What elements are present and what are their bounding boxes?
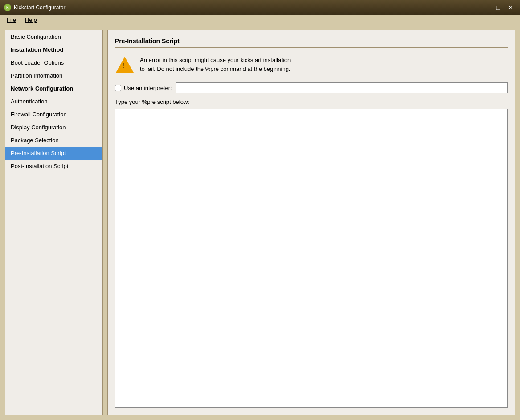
interpreter-input[interactable]: [176, 82, 508, 93]
script-wrapper: 安装前脚本，有需要的话可以把启动前要运行的脚本写在这里。: [115, 109, 508, 408]
panel-title: Pre-Installation Script: [115, 37, 508, 48]
sidebar-item-8[interactable]: Package Selection: [5, 134, 102, 147]
script-label: Type your %pre script below:: [115, 99, 508, 105]
interpreter-label-text: Use an interpreter:: [124, 85, 172, 91]
script-textarea[interactable]: [115, 109, 508, 408]
minimize-button[interactable]: –: [480, 3, 491, 12]
menu-bar: File Help: [0, 15, 520, 25]
interpreter-row: Use an interpreter:: [115, 82, 508, 93]
maximize-button[interactable]: □: [493, 3, 504, 12]
menu-help[interactable]: Help: [20, 16, 41, 24]
warning-icon-wrap: [115, 56, 135, 74]
sidebar-item-3[interactable]: Partition Information: [5, 69, 102, 82]
warning-text: An error in this script might cause your…: [140, 56, 291, 73]
close-button[interactable]: ✕: [505, 3, 516, 12]
sidebar-item-10[interactable]: Post-Installation Script: [5, 160, 102, 173]
app-icon: K: [4, 4, 11, 11]
interpreter-checkbox[interactable]: [115, 85, 121, 91]
sidebar-item-7[interactable]: Display Configuration: [5, 121, 102, 134]
window-title: Kickstart Configurator: [14, 4, 65, 11]
interpreter-label[interactable]: Use an interpreter:: [115, 85, 172, 91]
menu-file[interactable]: File: [2, 16, 20, 24]
sidebar-item-0[interactable]: Basic Configuration: [5, 30, 102, 43]
sidebar-item-1[interactable]: Installation Method: [5, 43, 102, 56]
main-window: K Kickstart Configurator – □ ✕ File Help…: [0, 0, 520, 420]
warning-box: An error in this script might cause your…: [115, 54, 508, 75]
warning-line2: to fail. Do not include the %pre command…: [140, 66, 291, 72]
sidebar-item-6[interactable]: Firewall Configuration: [5, 108, 102, 121]
sidebar: Basic ConfigurationInstallation MethodBo…: [5, 30, 103, 415]
content-area: Basic ConfigurationInstallation MethodBo…: [0, 25, 520, 420]
title-bar-controls: – □ ✕: [480, 3, 516, 12]
main-panel: Pre-Installation Script An error in this…: [107, 30, 515, 415]
sidebar-item-5[interactable]: Authentication: [5, 95, 102, 108]
sidebar-item-4[interactable]: Network Configuration: [5, 82, 102, 95]
title-bar: K Kickstart Configurator – □ ✕: [0, 0, 520, 15]
title-bar-left: K Kickstart Configurator: [4, 4, 65, 11]
sidebar-item-9[interactable]: Pre-Installation Script: [5, 147, 102, 160]
warning-line1: An error in this script might cause your…: [140, 57, 291, 63]
warning-triangle-icon: [116, 57, 134, 73]
sidebar-item-2[interactable]: Boot Loader Options: [5, 56, 102, 69]
